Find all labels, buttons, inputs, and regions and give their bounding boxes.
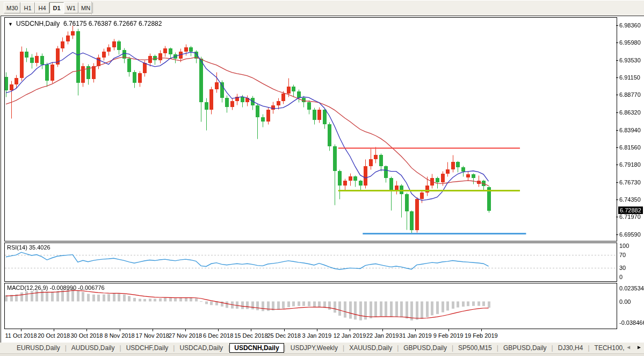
current-price-badge: 6.72882	[618, 207, 643, 214]
date-tick-dash	[448, 329, 449, 331]
price-tick-label: 6.98360	[619, 22, 641, 29]
price-axis[interactable]: 6.983606.959806.935306.911506.887706.863…	[616, 17, 644, 313]
date-tick-label: 11 Oct 2018	[5, 332, 37, 339]
price-tick-label: 6.95980	[619, 39, 641, 46]
rsi-tick-label: 0	[619, 274, 623, 280]
price-tick-dash	[616, 112, 618, 113]
rsi-chart-canvas[interactable]	[5, 243, 617, 281]
date-tick-label: 31 Jan 2019	[399, 332, 432, 339]
date-tick-dash	[284, 329, 285, 331]
timeframe-button-h1[interactable]: H1	[20, 2, 35, 13]
chart-tab-eurusd-daily[interactable]: EURUSD,Daily	[12, 344, 65, 352]
chart-dropdown-arrow-icon[interactable]: ▼	[8, 22, 13, 27]
tab-scroll-left-icon[interactable]: ◄	[626, 344, 631, 351]
price-tick-label: 6.91150	[619, 74, 640, 81]
date-tick-label: 17 Nov 2018	[136, 332, 169, 339]
macd-tick-label: 0.00	[619, 298, 631, 305]
price-tick-dash	[616, 234, 618, 235]
timeframe-button-m30[interactable]: M30	[4, 2, 20, 13]
chart-tab-usdcnh-daily[interactable]: USDCNH,Daily	[229, 343, 284, 353]
chart-tab-sp500-m15[interactable]: SP500,M15	[453, 344, 497, 352]
date-tick-dash	[185, 329, 186, 331]
price-tick-label: 6.83940	[619, 127, 641, 133]
price-tick-label: 6.79180	[619, 161, 641, 168]
date-tick-dash	[218, 329, 219, 331]
price-tick-dash	[616, 182, 618, 183]
date-tick-dash	[251, 329, 251, 331]
price-tick-label: 6.69590	[619, 231, 641, 238]
price-chart-panel[interactable]: ▼USDCNH,Daily 6.76175 6.76387 6.72667 6.…	[4, 17, 617, 241]
date-tick-dash	[86, 329, 87, 331]
chart-window: ▼USDCNH,Daily 6.76175 6.76387 6.72667 6.…	[1, 16, 644, 343]
price-tick-dash	[616, 130, 618, 131]
price-tick-dash	[616, 165, 618, 165]
date-tick-dash	[382, 329, 383, 331]
chart-tab-usdchf-daily[interactable]: USDCHF,Daily	[121, 344, 173, 352]
date-tick-label: 6 Dec 2018	[203, 332, 233, 339]
date-tick-label: 12 Jan 2019	[334, 332, 366, 339]
timeframe-button-d1[interactable]: D1	[49, 2, 64, 13]
chart-tab-audusd-daily[interactable]: AUDUSD,Daily	[67, 344, 120, 352]
date-tick-label: 3 Jan 2019	[302, 332, 331, 339]
chart-tab-xauusd-daily[interactable]: XAUUSD,Daily	[344, 344, 397, 352]
price-tick-dash	[616, 25, 618, 26]
chart-tab-tech100-[interactable]: TECH100,	[590, 344, 629, 352]
rsi-tick-label: 30	[619, 265, 626, 271]
rsi-tick-label: 70	[619, 252, 626, 258]
tab-scroll-right-icon[interactable]: ►	[636, 344, 642, 351]
chart-tab-gbpusd-daily[interactable]: GBPUSD,Daily	[399, 344, 452, 352]
date-tick-dash	[120, 329, 120, 331]
date-tick-label: 30 Oct 2018	[70, 332, 103, 339]
date-tick-dash	[54, 329, 54, 331]
date-tick-label: 20 Oct 2018	[38, 332, 70, 339]
price-tick-label: 6.81560	[619, 144, 641, 151]
price-tick-dash	[616, 77, 618, 78]
candlestick-chart-canvas[interactable]	[5, 18, 617, 241]
price-tick-dash	[616, 217, 618, 217]
date-axis[interactable]: 11 Oct 201820 Oct 201830 Oct 20188 Nov 2…	[4, 329, 616, 342]
date-tick-dash	[21, 329, 21, 331]
date-tick-label: 15 Dec 2018	[234, 332, 267, 339]
date-tick-label: 9 Feb 2019	[433, 332, 464, 339]
date-tick-label: 8 Nov 2018	[104, 332, 134, 339]
price-tick-label: 6.88770	[619, 91, 641, 98]
macd-indicator-panel[interactable]: MACD(12,26,9) -0.008990 -0.006776	[4, 283, 617, 329]
price-tick-dash	[616, 147, 618, 148]
price-tick-label: 6.86320	[619, 109, 641, 116]
chart-symbol-label: USDCNH,Daily	[16, 20, 60, 27]
date-tick-dash	[153, 329, 153, 331]
price-tick-label: 6.76730	[619, 179, 641, 186]
chart-tab-dj30-h4[interactable]: DJ30,H4	[553, 344, 588, 352]
price-tick-dash	[616, 42, 618, 43]
chart-tab-gbpusd-daily[interactable]: GBPUSD,Daily	[498, 344, 552, 352]
date-tick-dash	[481, 329, 482, 331]
chart-ohlc-quotes: 6.76175 6.76387 6.72667 6.72882	[63, 20, 162, 27]
chart-header: ▼USDCNH,Daily 6.76175 6.76387 6.72667 6.…	[8, 20, 162, 27]
toolbar-separator	[91, 2, 92, 15]
date-tick-label: 19 Feb 2019	[465, 332, 498, 339]
date-tick-dash	[317, 329, 317, 331]
price-tick-label: 6.74350	[619, 196, 641, 203]
rsi-indicator-label: RSI(14) 35.4026	[7, 244, 50, 251]
chart-tab-usdjpy-weekly[interactable]: USDJPY,Weekly	[286, 344, 343, 352]
date-tick-label: 22 Jan 2019	[366, 332, 399, 339]
macd-tick-label: 0.023534	[619, 285, 644, 291]
date-tick-label: 25 Dec 2018	[267, 332, 300, 339]
price-tick-dash	[616, 60, 618, 61]
chart-tab-usdcad-daily[interactable]: USDCAD,Daily	[175, 344, 228, 352]
tab-scrollers: ◄ ►	[626, 344, 642, 351]
status-strip	[0, 353, 644, 356]
date-tick-label: 27 Nov 2018	[169, 332, 202, 339]
date-tick-dash	[350, 329, 350, 331]
price-tick-dash	[616, 95, 618, 95]
chart-tab-bar: EURUSD,Daily|AUDUSD,Daily|USDCHF,Daily|U…	[0, 343, 644, 353]
macd-indicator-label: MACD(12,26,9) -0.008990 -0.006776	[7, 284, 105, 291]
timeframe-button-w1[interactable]: W1	[64, 2, 78, 13]
rsi-indicator-panel[interactable]: RSI(14) 35.4026	[4, 243, 617, 282]
timeframe-button-h4[interactable]: H4	[35, 2, 49, 13]
price-tick-label: 6.93530	[619, 57, 641, 63]
price-tick-label: 6.71970	[619, 213, 641, 220]
price-tick-dash	[616, 200, 618, 200]
rsi-tick-label: 100	[619, 243, 629, 249]
date-tick-dash	[415, 329, 416, 331]
